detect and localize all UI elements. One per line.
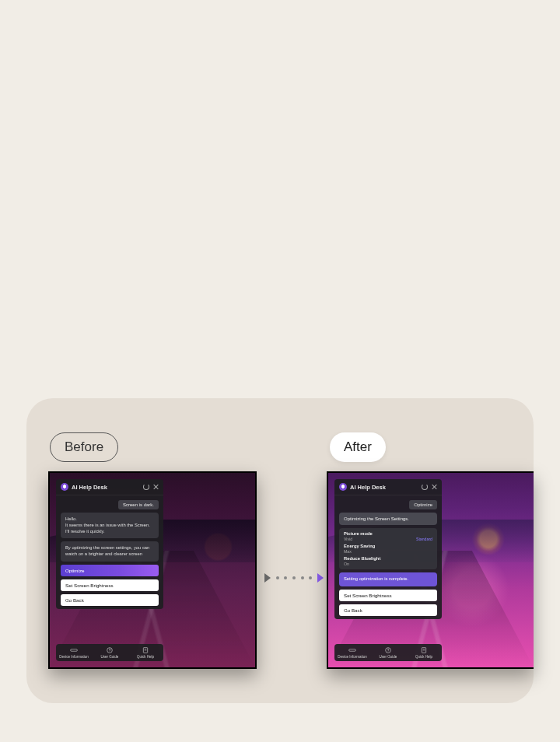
after-label-text: After xyxy=(344,439,372,455)
close-icon[interactable] xyxy=(152,484,159,490)
panel-footer: Device Information ? User Guide Quick He… xyxy=(334,644,442,661)
reload-icon[interactable] xyxy=(422,484,428,490)
device-icon xyxy=(348,647,356,653)
transition-arrow xyxy=(264,572,324,583)
arrow-end-icon xyxy=(317,573,324,583)
set-brightness-button[interactable]: Set Screen Brightness xyxy=(339,590,437,601)
settings-summary: Picture mode Standard Vivid Energy Savin… xyxy=(339,528,437,569)
doc-icon xyxy=(420,647,428,653)
arrow-dot xyxy=(284,576,287,579)
footer-quick-help[interactable]: Quick Help xyxy=(128,647,163,659)
device-icon xyxy=(70,647,78,653)
svg-text:?: ? xyxy=(109,649,111,653)
footer-quick-help[interactable]: Quick Help xyxy=(406,647,442,659)
panel-header: AI Help Desk xyxy=(334,479,442,495)
panel-title: AI Help Desk xyxy=(350,484,418,491)
arrow-start-icon xyxy=(264,573,271,583)
setting-row-bluelight: Reduce Bluelight On xyxy=(344,556,432,566)
standard-link[interactable]: Standard xyxy=(416,537,432,541)
svg-rect-6 xyxy=(349,649,356,652)
after-label-pill: After xyxy=(330,432,386,462)
before-label-text: Before xyxy=(65,439,103,455)
footer-device-info[interactable]: Device Information xyxy=(56,647,92,659)
completion-message: Setting optimization is complete. xyxy=(339,572,437,586)
ai-eye-icon xyxy=(61,483,68,491)
doc-icon xyxy=(142,647,149,653)
arrow-dot xyxy=(276,576,279,579)
panel-footer: Device Information ? User Guide Quick He… xyxy=(56,644,163,661)
help-circle-icon: ? xyxy=(106,647,114,653)
status-message: Optimizing the Screen Settings. xyxy=(339,513,437,525)
setting-row-picture-mode: Picture mode Standard Vivid xyxy=(344,531,432,541)
set-brightness-button[interactable]: Set Screen Brightness xyxy=(61,579,159,591)
close-icon[interactable] xyxy=(431,484,437,490)
ai-help-desk-panel-after: AI Help Desk Optimize Optimizing the Scr… xyxy=(334,479,442,619)
go-back-button[interactable]: Go Back xyxy=(339,604,437,616)
tv-before: AI Help Desk Screen is dark. Hello. It s… xyxy=(48,471,257,669)
panel-title: AI Help Desk xyxy=(72,484,140,491)
setting-row-energy-saving: Energy Saving Max xyxy=(344,544,432,554)
ai-message-1: Hello. It seems there is an issue with t… xyxy=(61,513,159,538)
panel-header: AI Help Desk xyxy=(56,479,163,495)
before-label-pill: Before xyxy=(50,432,118,462)
tv-after: AI Help Desk Optimize Optimizing the Scr… xyxy=(327,471,534,669)
footer-device-info[interactable]: Device Information xyxy=(334,647,370,659)
footer-user-guide[interactable]: ? User Guide xyxy=(92,647,128,659)
arrow-dot xyxy=(301,576,304,579)
svg-rect-0 xyxy=(71,649,78,652)
optimize-button[interactable]: Optimize xyxy=(61,565,159,576)
footer-user-guide[interactable]: ? User Guide xyxy=(370,647,406,659)
user-message-chip: Optimize xyxy=(409,500,437,509)
ai-eye-icon xyxy=(339,483,347,491)
user-message-chip: Screen is dark. xyxy=(118,500,159,509)
go-back-button[interactable]: Go Back xyxy=(61,594,159,606)
svg-text:?: ? xyxy=(387,649,390,653)
ai-message-2: By optimizing the screen settings, you c… xyxy=(61,541,159,562)
arrow-dot xyxy=(292,576,296,579)
arrow-dot xyxy=(309,576,312,579)
ai-help-desk-panel-before: AI Help Desk Screen is dark. Hello. It s… xyxy=(56,479,163,609)
reload-icon[interactable] xyxy=(143,484,149,490)
help-circle-icon: ? xyxy=(384,647,392,653)
